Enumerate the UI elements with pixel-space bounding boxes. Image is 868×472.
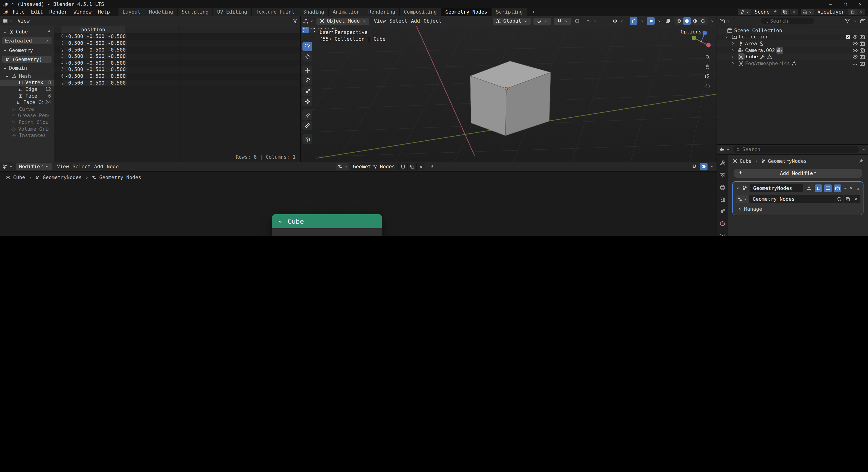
workspace-tab[interactable]: Scripting — [492, 8, 527, 16]
unlink-button[interactable] — [852, 195, 860, 203]
shield-icon[interactable] — [401, 164, 406, 169]
outliner-row[interactable]: FogAtmospherics — [717, 60, 868, 67]
close-icon[interactable] — [859, 10, 864, 14]
breadcrumb-modifier[interactable]: GeometryNodes — [768, 158, 807, 164]
table-row[interactable]: 2 -0.500 0.500 -0.500 — [54, 46, 300, 53]
node-canvas[interactable]: Group Input Geometry Cube Mesh UV Map — [0, 172, 717, 236]
copy-icon[interactable] — [410, 164, 415, 169]
node-editor-menu[interactable]: Select — [71, 164, 92, 169]
filter-icon[interactable] — [844, 18, 850, 24]
node-editor-menu[interactable]: View — [55, 164, 71, 169]
workspace-tab[interactable]: UV Editing — [213, 8, 252, 16]
outliner-search-input[interactable]: Search — [761, 18, 814, 24]
move-tool[interactable] — [303, 66, 312, 75]
proportional-editing-icon[interactable] — [574, 18, 580, 24]
properties-tab[interactable] — [717, 170, 728, 180]
menubar-menu[interactable]: Help — [95, 9, 113, 15]
domain-item[interactable]: Curve — [0, 106, 54, 112]
spreadsheet-view-menu[interactable]: View — [16, 18, 31, 24]
chevron-down-icon[interactable] — [843, 186, 847, 190]
camera-photo-icon[interactable] — [860, 54, 865, 60]
domain-item[interactable]: Point Cloud — [0, 119, 54, 125]
editor-type-button[interactable] — [2, 164, 13, 169]
camera-photo-icon[interactable] — [860, 34, 865, 40]
table-row[interactable]: 6 -0.500 0.500 0.500 — [54, 73, 300, 80]
properties-tab[interactable] — [717, 219, 728, 228]
filter-icon[interactable] — [292, 18, 298, 24]
table-row[interactable]: 0 -0.500 -0.500 -0.500 — [54, 33, 300, 40]
workspace-tab[interactable]: Modeling — [145, 8, 178, 16]
menubar-menu[interactable]: Window — [70, 9, 95, 15]
workspace-tab[interactable]: Animation — [329, 8, 364, 16]
edit-mode-toggle[interactable] — [815, 184, 822, 192]
table-row[interactable]: 3 0.500 0.500 -0.500 — [54, 53, 300, 60]
table-row[interactable]: 5 0.500 -0.500 0.500 — [54, 66, 300, 73]
table-row[interactable]: 4 -0.500 -0.500 0.500 — [54, 60, 300, 66]
select-box-button[interactable] — [309, 27, 316, 33]
manage-panel-header[interactable]: Manage — [736, 206, 860, 212]
properties-search-input[interactable]: Search — [733, 146, 859, 153]
snap-magnet-icon[interactable] — [691, 164, 697, 169]
close-icon[interactable] — [849, 186, 854, 190]
visibility-dropdown[interactable] — [610, 18, 627, 25]
blender-menu-icon[interactable] — [3, 9, 8, 15]
editor-type-button[interactable] — [719, 18, 730, 24]
minimize-button[interactable]: – — [829, 1, 832, 7]
column-header[interactable]: position — [61, 26, 125, 33]
dataset-dropdown[interactable]: Evaluated — [2, 37, 52, 44]
workspace-tab[interactable]: Layout — [119, 8, 145, 16]
editor-type-button[interactable] — [2, 18, 13, 24]
pin-icon[interactable] — [859, 159, 864, 164]
mode-dropdown[interactable]: Object Mode — [316, 18, 369, 25]
node-tree-type-dropdown[interactable]: Modifier — [16, 163, 53, 170]
add-modifier-button[interactable]: Add Modifier — [734, 169, 862, 178]
pan-hand-icon[interactable] — [705, 64, 711, 70]
domain-item[interactable]: Volume Grids — [0, 126, 54, 132]
cursor-tool[interactable] — [303, 52, 312, 62]
rotate-tool[interactable] — [303, 76, 312, 86]
domain-item[interactable]: Grease Pencil — [0, 112, 54, 119]
node-tree-selector[interactable]: Geometry Nodes — [336, 163, 425, 170]
transform-tool[interactable] — [303, 97, 312, 106]
close-button[interactable]: ✕ — [859, 1, 862, 7]
drag-handle-icon[interactable] — [855, 186, 860, 191]
shading-material-button[interactable] — [691, 17, 699, 25]
workspace-tab[interactable]: Geometry Nodes — [441, 8, 492, 16]
modifier-name-field[interactable]: GeometryNodes — [749, 184, 803, 192]
shading-wireframe-button[interactable] — [675, 17, 683, 25]
add-cube-tool[interactable] — [303, 134, 312, 144]
properties-tab[interactable] — [717, 183, 728, 192]
editor-type-button[interactable] — [303, 18, 314, 24]
falloff-dropdown[interactable] — [583, 18, 600, 25]
scale-tool[interactable] — [303, 86, 312, 96]
workspace-tab[interactable]: Rendering — [364, 8, 400, 16]
eye-icon[interactable] — [852, 47, 858, 53]
realtime-toggle[interactable] — [824, 184, 832, 192]
camera-x-icon[interactable] — [860, 61, 865, 66]
menubar-menu[interactable]: Render — [46, 9, 70, 15]
fake-user-button[interactable] — [835, 195, 843, 203]
geometry-section-header[interactable]: Geometry — [0, 46, 54, 55]
chev-r-icon[interactable] — [731, 61, 737, 66]
node-editor-menu[interactable]: Node — [105, 164, 121, 169]
properties-tab[interactable] — [717, 158, 728, 167]
snap-dropdown[interactable] — [554, 18, 571, 25]
node-editor-menu[interactable]: Add — [92, 164, 105, 169]
eye-icon[interactable] — [852, 34, 858, 40]
perspective-toggle-icon[interactable] — [705, 83, 711, 89]
domain-item[interactable]: Face Corner 24 — [0, 99, 54, 106]
checkbox-icon[interactable] — [845, 34, 851, 40]
camera-photo-icon[interactable] — [860, 41, 865, 46]
navigation-gizmo[interactable] — [689, 29, 713, 53]
workspace-tab[interactable]: Sculpting — [178, 8, 213, 16]
annotate-tool[interactable] — [303, 110, 312, 120]
viewport-menu[interactable]: View — [372, 18, 388, 24]
table-row[interactable]: 1 0.500 -0.500 -0.500 — [54, 40, 300, 46]
domain-section-header[interactable]: Domain — [0, 63, 54, 73]
node-tree-browse-button[interactable] — [736, 195, 749, 203]
chev-r-icon[interactable] — [731, 55, 737, 59]
menubar-menu[interactable]: File — [9, 9, 28, 15]
domain-item[interactable]: Edge 12 — [0, 86, 54, 92]
viewport-canvas[interactable]: User Perspective (55) Collection | Cube … — [301, 26, 717, 162]
outliner-row[interactable]: Collection — [717, 34, 868, 40]
